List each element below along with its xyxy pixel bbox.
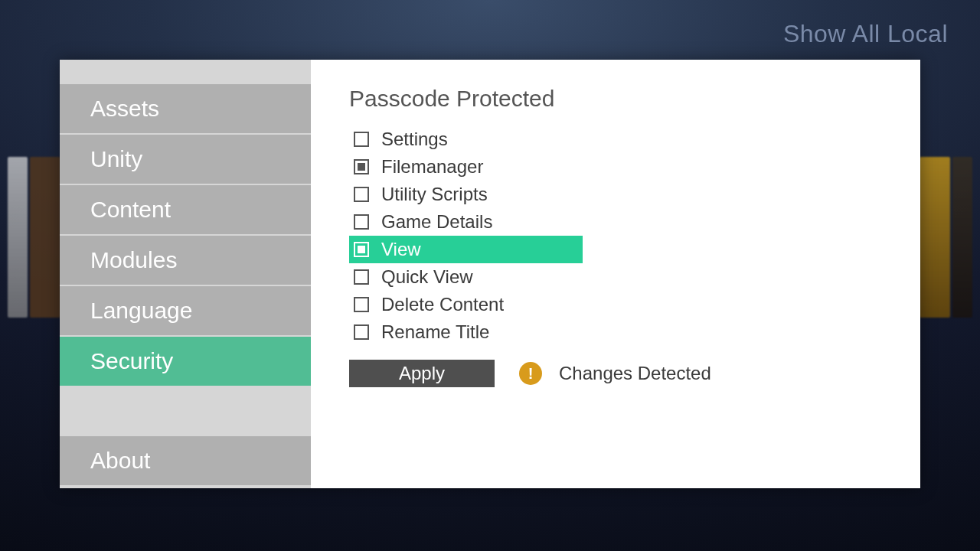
sidebar-spacer	[60, 487, 311, 488]
apply-button[interactable]: Apply	[349, 360, 495, 387]
option-label: Delete Content	[381, 294, 504, 315]
settings-content: Passcode Protected Settings Filemanager …	[311, 60, 920, 488]
option-settings[interactable]: Settings	[349, 126, 583, 153]
option-quick-view[interactable]: Quick View	[349, 263, 583, 291]
checkbox-icon	[354, 132, 369, 147]
sidebar-item-language[interactable]: Language	[60, 286, 311, 335]
option-filemanager[interactable]: Filemanager	[349, 153, 583, 181]
sidebar-spacer	[60, 60, 311, 84]
sidebar-item-label: Language	[90, 298, 192, 324]
sidebar-item-unity[interactable]: Unity	[60, 135, 311, 184]
checkbox-icon	[354, 187, 369, 202]
sidebar-item-label: Content	[90, 197, 171, 223]
sidebar-item-label: Unity	[90, 146, 142, 172]
option-label: Filemanager	[381, 156, 483, 178]
sidebar-item-label: Security	[90, 348, 173, 374]
sidebar-item-assets[interactable]: Assets	[60, 84, 311, 133]
checkbox-icon	[354, 324, 369, 340]
bg-card	[952, 157, 972, 318]
option-utility-scripts[interactable]: Utility Scripts	[349, 181, 583, 208]
sidebar-item-content[interactable]: Content	[60, 185, 311, 234]
sidebar-item-security[interactable]: Security	[60, 337, 311, 386]
sidebar-item-label: Assets	[90, 96, 159, 122]
option-label: Quick View	[381, 266, 473, 288]
apply-row: Apply ! Changes Detected	[349, 360, 882, 387]
option-label: Utility Scripts	[381, 184, 488, 205]
option-label: Game Details	[381, 211, 492, 233]
checkbox-icon	[354, 159, 369, 174]
status-message: ! Changes Detected	[519, 362, 711, 385]
checkbox-icon	[354, 214, 369, 230]
option-game-details[interactable]: Game Details	[349, 208, 583, 236]
checkbox-icon	[354, 242, 369, 257]
sidebar-item-modules[interactable]: Modules	[60, 236, 311, 285]
checkbox-icon	[354, 297, 369, 312]
sidebar-item-label: About	[90, 448, 150, 474]
option-delete-content[interactable]: Delete Content	[349, 291, 583, 318]
section-title: Passcode Protected	[349, 86, 882, 112]
sidebar-spacer	[60, 387, 311, 436]
option-rename-title[interactable]: Rename Title	[349, 318, 583, 346]
option-label: Settings	[381, 129, 448, 150]
option-view[interactable]: View	[349, 236, 583, 263]
status-text: Changes Detected	[559, 363, 711, 384]
option-label: Rename Title	[381, 321, 489, 343]
checkbox-icon	[354, 269, 369, 285]
category-label: Show All Local	[783, 20, 948, 48]
sidebar-item-about[interactable]: About	[60, 436, 311, 485]
bg-card	[30, 157, 60, 318]
sidebar-item-label: Modules	[90, 247, 177, 273]
bg-card	[8, 157, 28, 318]
settings-window: Assets Unity Content Modules Language Se…	[60, 60, 920, 488]
option-label: View	[381, 239, 421, 260]
bg-card	[920, 157, 950, 318]
settings-sidebar: Assets Unity Content Modules Language Se…	[60, 60, 311, 488]
warning-icon: !	[519, 362, 542, 385]
passcode-options-list: Settings Filemanager Utility Scripts Gam…	[349, 126, 583, 346]
